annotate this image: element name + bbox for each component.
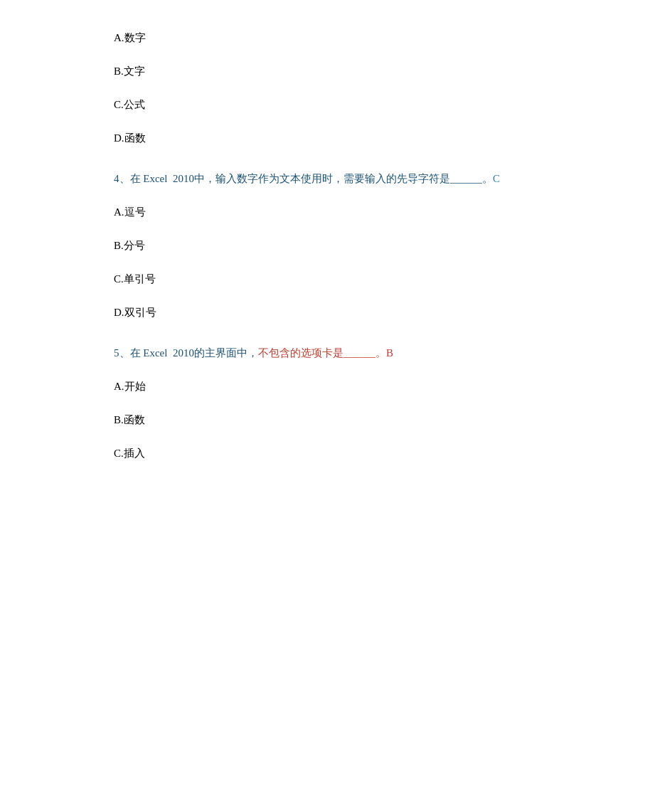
option-q4-c: C.单引号 xyxy=(114,270,558,289)
q5-text: 5、在 Excel 2010的主界面中，不包含的选项卡是______。B xyxy=(114,344,558,363)
q5-block: 5、在 Excel 2010的主界面中，不包含的选项卡是______。B A.开… xyxy=(114,344,558,463)
option-q5-c: C.插入 xyxy=(114,444,558,463)
q3-options-block: A.数字 B.文字 C.公式 D.函数 xyxy=(114,28,558,148)
q5-main-text: 5、在 Excel 2010的主界面中， xyxy=(114,347,258,359)
option-q4-a: A.逗号 xyxy=(114,203,558,222)
option-q4-d: D.双引号 xyxy=(114,303,558,322)
option-q3-a: A.数字 xyxy=(114,28,558,48)
option-q5-b: B.函数 xyxy=(114,411,558,430)
q4-answer: C xyxy=(493,173,500,184)
q4-main-text: 4、在 Excel 2010中，输入数字作为文本使用时，需要输入的先导字符是__… xyxy=(114,173,493,184)
q5-highlight-text: 不包含的选项卡是______。B xyxy=(258,347,393,359)
q4-text: 4、在 Excel 2010中，输入数字作为文本使用时，需要输入的先导字符是__… xyxy=(114,169,558,189)
option-q3-c: C.公式 xyxy=(114,95,558,115)
option-q4-b: B.分号 xyxy=(114,236,558,255)
option-q5-a: A.开始 xyxy=(114,377,558,396)
option-q3-d: D.函数 xyxy=(114,129,558,148)
q4-block: 4、在 Excel 2010中，输入数字作为文本使用时，需要输入的先导字符是__… xyxy=(114,169,558,322)
option-q3-b: B.文字 xyxy=(114,62,558,81)
